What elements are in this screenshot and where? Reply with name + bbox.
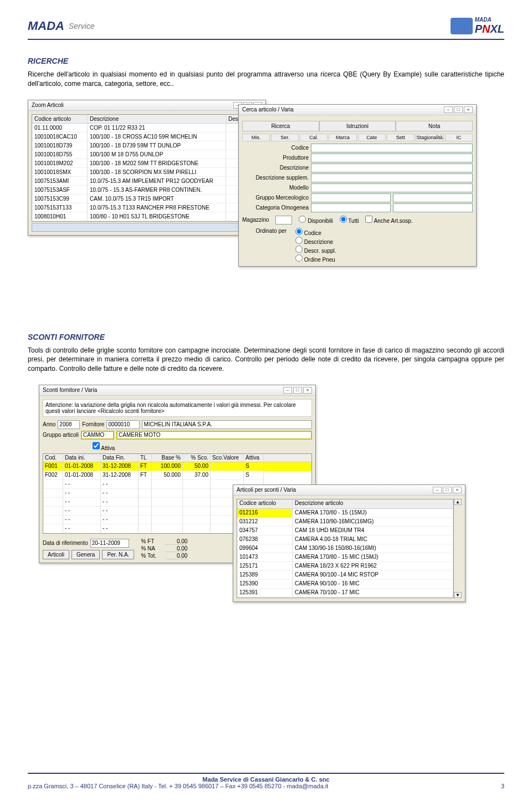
categoria-omogenea-input[interactable] xyxy=(311,203,391,212)
window-titlebar: Cerca articolo / Varia – □ × xyxy=(239,105,476,115)
ordinato-radio-ordine-pneu[interactable]: Ordine Pneu xyxy=(295,254,336,263)
logo-right: MADA PNXL xyxy=(451,17,504,35)
close-button[interactable]: × xyxy=(464,106,473,113)
anno-label: Anno xyxy=(43,421,55,427)
gruppo-label: Gruppo articoli xyxy=(43,432,79,438)
anche-checkbox[interactable]: Anche Art.sosp. xyxy=(365,216,412,224)
footer-address: p.zza Gramsci, 3 – 48017 Conselice (RA) … xyxy=(28,783,328,789)
ordinato-label: Ordinato per xyxy=(242,228,287,234)
window-title: Sconti fornitore / Varia xyxy=(43,387,97,393)
ordinato-radio-codice[interactable]: Codice xyxy=(295,228,336,236)
articoli-grid[interactable]: Codice articoloDescrizione articolo 0121… xyxy=(237,499,454,598)
scroll-down-button[interactable]: ▼ xyxy=(454,592,462,598)
ordinato-radio-group: Codice Descrizione Descr. suppl. Ordine … xyxy=(291,228,336,263)
scroll-up-button[interactable]: ▲ xyxy=(454,499,462,505)
tab-nota[interactable]: Nota xyxy=(396,121,473,131)
magazzino-label: Magazzino xyxy=(242,217,269,223)
window-titlebar: Articoli per sconti / Varia – □ × xyxy=(233,485,465,496)
window-title: Zoom Articoli xyxy=(32,102,64,108)
close-button[interactable]: × xyxy=(453,487,462,493)
gruppo-name-input[interactable] xyxy=(116,431,312,440)
magazzino-row: Magazzino Disponibili Tutti Anche Art.so… xyxy=(242,216,473,225)
section-sconti-body: Tools di controllo delle griglie sconto … xyxy=(28,346,504,374)
maximize-button[interactable]: □ xyxy=(454,106,463,113)
zoom-grid[interactable]: Codice articoloDescrizioneDescr 01.11.00… xyxy=(32,114,262,222)
sconti-warning: Attenzione: la variazione della griglia … xyxy=(43,399,312,417)
section-ricerche-body: Ricerche dell'articolo in qualsiasi mome… xyxy=(28,70,504,89)
produttore-input[interactable] xyxy=(311,154,473,162)
descrizione-supplem--input[interactable] xyxy=(311,174,473,182)
cerca-articolo-window: Cerca articolo / Varia – □ × RicercaIstr… xyxy=(238,104,477,267)
per-na-button[interactable]: Per. N.A. xyxy=(102,550,134,559)
window-titlebar: Zoom Articoli – □ × xyxy=(28,100,265,111)
logo-right-small: MADA xyxy=(475,17,504,23)
articoli-button[interactable]: Articoli xyxy=(43,550,69,559)
fornitore-code-input[interactable] xyxy=(106,420,140,429)
ordinato-radio-descrizione[interactable]: Descrizione xyxy=(295,237,336,245)
logo-sub: Service xyxy=(69,22,95,30)
gruppo-merceologico-input[interactable] xyxy=(311,193,391,202)
window-title: Articoli per sconti / Varia xyxy=(237,487,296,493)
footer-company: Mada Service di Cassani Giancarlo & C. s… xyxy=(28,776,504,783)
truck-icon xyxy=(451,18,473,34)
section-sconti-title: SCONTI FORNITORE xyxy=(28,333,504,341)
magazzino-input[interactable] xyxy=(275,216,292,225)
tab-ricerca[interactable]: Ricerca xyxy=(242,121,319,131)
window-buttons: – □ × xyxy=(283,387,312,394)
section-ricerche-title: RICERCHE xyxy=(28,57,504,65)
window-title: Cerca articolo / Varia xyxy=(242,106,294,113)
data-rif-label: Data di riferimento xyxy=(43,540,88,546)
tab-row: RicercaIstruzioniNota xyxy=(242,121,473,131)
tutti-radio[interactable]: Tutti xyxy=(340,216,359,224)
scrollbar[interactable] xyxy=(32,223,262,232)
page-footer: Mada Service di Cassani Giancarlo & C. s… xyxy=(28,773,504,789)
modello-input[interactable] xyxy=(311,183,473,192)
maximize-button[interactable]: □ xyxy=(293,387,302,394)
logo-text: MADA xyxy=(28,19,64,33)
genera-button[interactable]: Genera xyxy=(71,550,100,559)
screenshots-ricerche: Zoom Articoli – □ × Codice articoloDescr… xyxy=(28,100,504,316)
ordinato-radio-descr-suppl-[interactable]: Descr. suppl. xyxy=(295,246,336,254)
close-button[interactable]: × xyxy=(303,387,312,394)
anno-input[interactable] xyxy=(58,420,80,429)
percent-box: % FT0.00% NA0.00% Tot.0.00 xyxy=(141,538,187,559)
minimize-button[interactable]: – xyxy=(433,487,442,493)
screenshots-sconti: Sconti fornitore / Varia – □ × Attenzion… xyxy=(28,385,504,645)
attiva-checkbox[interactable]: Attiva xyxy=(93,441,115,451)
small-columns-row: Mis.Ser.Cal.MarcaCateSettStagionalitàIC xyxy=(242,134,473,141)
data-rif-input[interactable] xyxy=(90,539,129,548)
page-header: MADA Service MADA PNXL xyxy=(28,17,504,40)
gruppo-code-input[interactable] xyxy=(81,431,114,440)
articoli-sconti-window: Articoli per sconti / Varia – □ × Codice… xyxy=(233,484,466,602)
window-buttons: – □ × xyxy=(433,487,462,493)
window-buttons: – □ × xyxy=(444,106,473,113)
fornitore-name-input[interactable] xyxy=(142,420,312,429)
tab-istruzioni[interactable]: Istruzioni xyxy=(319,121,396,131)
descrizione-input[interactable] xyxy=(311,164,473,172)
window-titlebar: Sconti fornitore / Varia – □ × xyxy=(39,385,315,396)
logo-left: MADA Service xyxy=(28,19,95,33)
fornitore-label: Fornitore xyxy=(82,421,104,427)
codice-input[interactable] xyxy=(311,144,473,152)
zoom-articoli-window: Zoom Articoli – □ × Codice articoloDescr… xyxy=(28,100,266,236)
minimize-button[interactable]: – xyxy=(444,106,453,113)
logo-pnxl: PNXL xyxy=(475,23,504,35)
maximize-button[interactable]: □ xyxy=(443,487,452,493)
disponibili-radio[interactable]: Disponibili xyxy=(299,216,332,224)
minimize-button[interactable]: – xyxy=(283,387,292,394)
page-number: 3 xyxy=(501,783,504,789)
